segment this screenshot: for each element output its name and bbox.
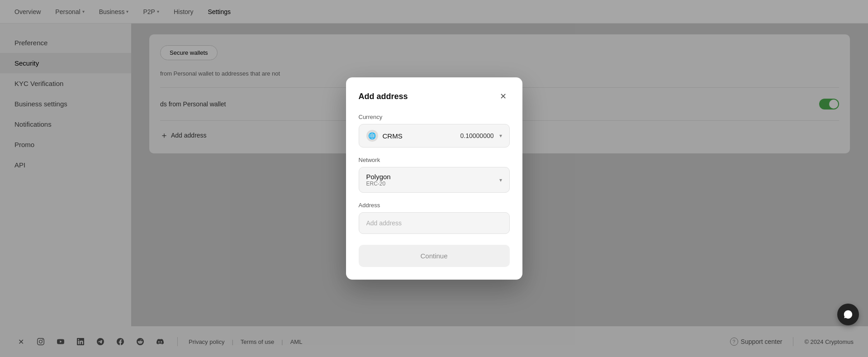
add-address-modal: Add address ✕ Currency 🌐 CRMS 0.10000000… (346, 77, 522, 280)
currency-name: CRMS (383, 132, 403, 140)
continue-button[interactable]: Continue (359, 245, 510, 267)
network-select[interactable]: Polygon ERC-20 ▾ (359, 167, 510, 193)
currency-icon: 🌐 (366, 130, 378, 142)
address-input[interactable] (366, 219, 502, 227)
currency-label: Currency (359, 114, 510, 120)
address-input-wrapper (359, 212, 510, 234)
network-label: Network (359, 157, 510, 163)
network-sub: ERC-20 (366, 181, 391, 187)
chevron-down-icon: ▾ (499, 177, 502, 183)
address-label: Address (359, 202, 510, 209)
currency-amount: 0.10000000 (460, 132, 494, 139)
modal-header: Add address ✕ (359, 90, 510, 103)
modal-overlay[interactable]: Add address ✕ Currency 🌐 CRMS 0.10000000… (0, 0, 868, 357)
modal-close-button[interactable]: ✕ (497, 90, 510, 103)
network-name: Polygon (366, 173, 391, 181)
modal-title: Add address (359, 92, 408, 101)
currency-select[interactable]: 🌐 CRMS 0.10000000 ▾ (359, 124, 510, 148)
chevron-down-icon: ▾ (499, 133, 502, 139)
chat-bubble-button[interactable] (837, 304, 859, 325)
